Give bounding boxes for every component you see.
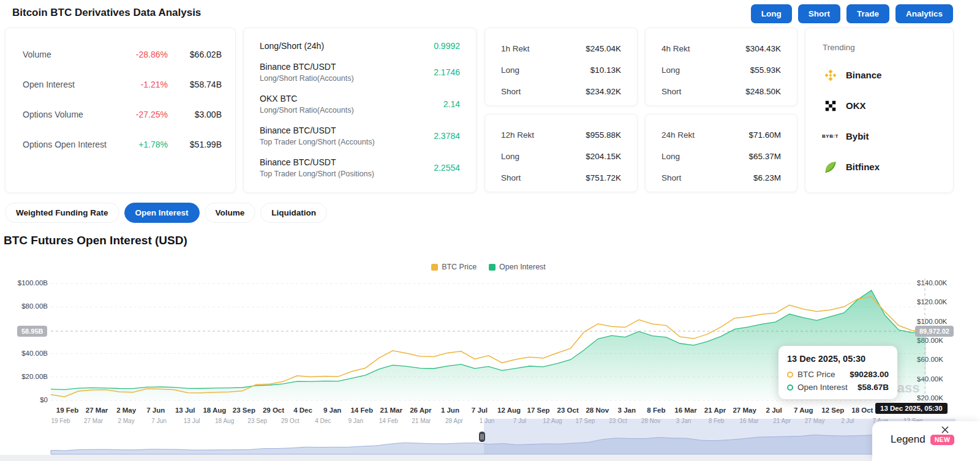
- chart-tabs: Weighted Funding RateOpen InterestVolume…: [5, 203, 327, 223]
- ratio-row-binance-btc-usdt-top-trader-long-short-accounts: Binance BTC/USDTTop Trader Long/Short (A…: [244, 120, 476, 152]
- tooltip-row-btc-price: BTC Price$90283.00: [787, 370, 889, 379]
- left-axis-current-pill: 58.95B: [17, 326, 47, 337]
- rekt-total-row: 12h Rekt$955.88K: [501, 124, 621, 146]
- header-button-trade[interactable]: Trade: [846, 4, 889, 23]
- tooltip-title: 13 Dec 2025, 05:30: [787, 354, 889, 364]
- stat-change: -28.86%: [111, 50, 168, 59]
- tooltip-label: BTC Price: [797, 370, 845, 379]
- tooltip-value: $58.67B: [858, 383, 889, 392]
- ratio-value: 2.1746: [434, 67, 460, 77]
- stat-value: $58.74B: [168, 80, 222, 89]
- ratio-row-binance-btc-usdt-top-trader-long-short-positions: Binance BTC/USDTTop Trader Long/Short (P…: [244, 152, 476, 184]
- rekt-long-row: Long$204.15K: [501, 146, 621, 167]
- ratio-label: Binance BTC/USDT: [260, 62, 354, 72]
- legend-label: Open Interest: [499, 263, 546, 271]
- legend-label: BTC Price: [442, 263, 477, 271]
- bitfinex-icon: [823, 160, 838, 174]
- chart-legend: BTC PriceOpen Interest: [51, 263, 926, 271]
- rekt-short-row: Short$751.72K: [501, 167, 621, 189]
- rekt-short-row: Short$248.50K: [662, 81, 781, 102]
- rekt-card-1h-rekt: 1h Rekt$245.04KLong$10.13KShort$234.92K: [484, 28, 638, 106]
- rekt-long-row: Long$65.37M: [662, 146, 781, 167]
- ratio-sublabel: Top Trader Long/Short (Accounts): [260, 138, 375, 146]
- ratio-label: Long/Short (24h): [260, 41, 324, 51]
- trending-exchange-name: Bitfinex: [846, 162, 880, 172]
- rekt-total-row: 24h Rekt$71.60M: [662, 124, 781, 146]
- header-button-short[interactable]: Short: [798, 4, 840, 23]
- ratio-sublabel: Long/Short Ratio(Accounts): [260, 106, 354, 114]
- tooltip-rows: BTC Price$90283.00Open Interest$58.67B: [787, 370, 889, 392]
- ratio-label: Binance BTC/USDT: [260, 157, 374, 167]
- okx-icon: [824, 99, 837, 113]
- bybit-icon: BYB!T: [822, 133, 839, 139]
- rekt-short-row: Short$234.92K: [501, 81, 621, 102]
- stat-row-options-open-interest: Options Open Interest+1.78%$51.99B: [23, 129, 222, 159]
- legend-swatch: [489, 264, 496, 271]
- tooltip-label: Open Interest: [797, 383, 853, 392]
- rekt-value: $55.93K: [750, 66, 781, 75]
- stat-value: $3.00B: [168, 110, 222, 119]
- rekt-card-24h-rekt: 24h Rekt$71.60MLong$65.37MShort$6.23M: [645, 114, 797, 192]
- rekt-label: Long: [662, 152, 680, 161]
- rekt-card-12h-rekt: 12h Rekt$955.88KLong$204.15KShort$751.72…: [484, 114, 638, 192]
- rekt-label: Short: [501, 173, 521, 182]
- ratio-labels: Long/Short (24h): [260, 41, 324, 51]
- trending-exchange-name: Bybit: [846, 131, 869, 141]
- rekt-label: Short: [662, 173, 681, 182]
- rekt-card-4h-rekt: 4h Rekt$304.43KLong$55.93KShort$248.50K: [645, 28, 797, 106]
- ratio-row-okx-btc-long-short-ratio-accounts: OKX BTCLong/Short Ratio(Accounts)2.14: [244, 88, 476, 120]
- rekt-value: $10.13K: [590, 66, 621, 75]
- rekt-value: $751.72K: [586, 173, 621, 182]
- rekt-value: $234.92K: [586, 87, 621, 96]
- legend-item-open-interest[interactable]: Open Interest: [489, 263, 546, 271]
- navigator-left-handle[interactable]: [479, 432, 485, 442]
- binance-icon: [823, 68, 838, 83]
- header-button-long[interactable]: Long: [751, 4, 792, 23]
- tab-volume[interactable]: Volume: [205, 203, 256, 223]
- ratio-value: 2.2554: [434, 163, 460, 173]
- ratio-value: 2.14: [443, 99, 460, 109]
- derivatives-dashboard: Bitcoin BTC Derivatives Data Analysis Lo…: [0, 0, 980, 461]
- tooltip-row-open-interest: Open Interest$58.67B: [787, 383, 889, 392]
- stat-change: +1.78%: [111, 140, 168, 149]
- ratio-row-long-short-24h: Long/Short (24h)0.9992: [244, 36, 476, 56]
- long-short-ratio-card: Long/Short (24h)0.9992Binance BTC/USDTLo…: [243, 28, 477, 193]
- ratio-label: Binance BTC/USDT: [260, 126, 375, 135]
- ratio-labels: Binance BTC/USDTTop Trader Long/Short (P…: [260, 157, 374, 178]
- series-dot: [787, 384, 793, 391]
- rekt-label: 12h Rekt: [501, 130, 534, 140]
- tab-open-interest[interactable]: Open Interest: [124, 203, 200, 223]
- ratio-label: OKX BTC: [260, 94, 354, 103]
- stat-row-open-interest: Open Interest-1.21%$58.74B: [23, 69, 222, 99]
- rekt-label: Long: [662, 66, 680, 75]
- legend-swatch: [431, 264, 438, 271]
- range-navigator[interactable]: [0, 416, 980, 455]
- legend-item-btc-price[interactable]: BTC Price: [431, 263, 477, 271]
- rekt-total-row: 4h Rekt$304.43K: [662, 38, 781, 59]
- tooltip-value: $90283.00: [850, 370, 889, 379]
- new-badge: NEW: [930, 435, 954, 445]
- chart-tooltip: 13 Dec 2025, 05:30 BTC Price$90283.00Ope…: [778, 346, 897, 399]
- tab-liquidation[interactable]: Liquidation: [260, 203, 327, 223]
- legend-panel-label: Legend: [891, 433, 925, 446]
- ratio-sublabel: Top Trader Long/Short (Positions): [260, 170, 374, 178]
- rekt-value: $204.15K: [586, 152, 621, 161]
- rekt-value: $6.23M: [753, 173, 781, 182]
- rekt-value: $955.88K: [586, 130, 621, 140]
- rekt-value: $71.60M: [748, 130, 781, 140]
- rekt-value: $65.37M: [748, 152, 781, 161]
- ratio-labels: Binance BTC/USDTTop Trader Long/Short (A…: [260, 126, 375, 146]
- rekt-label: Long: [501, 66, 519, 75]
- rekt-label: 4h Rekt: [662, 44, 690, 53]
- rekt-value: $248.50K: [745, 87, 781, 96]
- ratio-value: 0.9992: [434, 41, 460, 51]
- stat-row-options-volume: Options Volume-27.25%$3.00B: [23, 99, 222, 129]
- horizontal-scrollbar[interactable]: [0, 455, 980, 461]
- rekt-long-row: Long$55.93K: [662, 59, 781, 81]
- ratio-row-binance-btc-usdt-long-short-ratio-accounts: Binance BTC/USDTLong/Short Ratio(Account…: [244, 56, 476, 88]
- rekt-label: 24h Rekt: [662, 130, 695, 140]
- stat-value: $66.02B: [168, 50, 222, 59]
- ratio-sublabel: Long/Short Ratio(Accounts): [260, 74, 354, 83]
- rekt-label: Long: [501, 152, 519, 161]
- x-axis-current-badge: 13 Dec 2025, 05:30: [875, 403, 948, 414]
